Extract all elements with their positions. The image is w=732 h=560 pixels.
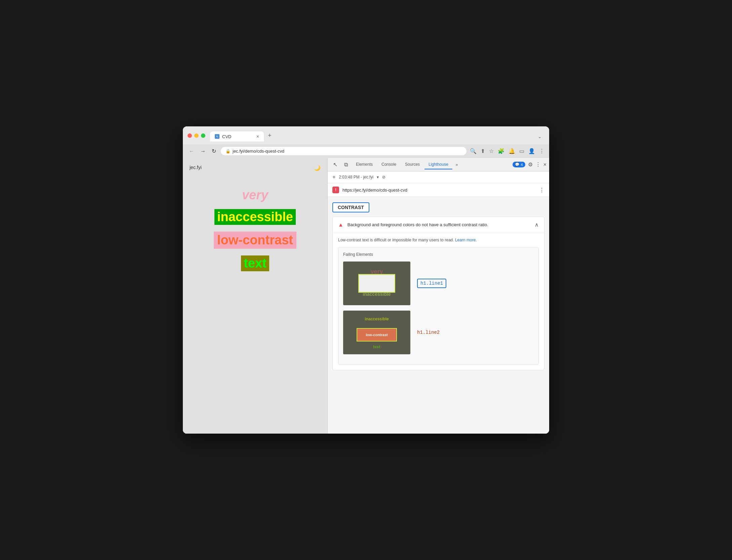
tab-elements[interactable]: Elements [352,160,377,169]
thumbnail2-inner-text: low-contrast [366,333,388,337]
word-very: very [242,188,268,202]
search-icon[interactable]: 🔍 [470,148,477,154]
warning-triangle-icon: ▲ [338,222,343,228]
more-tabs-button[interactable]: » [453,160,461,169]
url-bar[interactable]: 🔒 jec.fyi/demo/cds-quest-cvd [221,147,466,155]
refresh-button[interactable]: ↻ [210,147,217,155]
lighthouse-url-more-icon[interactable]: ⋮ [539,187,544,193]
feedback-badge[interactable]: 💬 4 [513,162,525,167]
element-picker-icon[interactable]: ↖ [330,160,340,169]
badge-count: 4 [521,163,523,167]
devtools-actions: 💬 4 ⚙ ⋮ × [513,161,546,168]
tab-title: CVD [222,134,231,139]
collapse-icon[interactable]: ∧ [535,222,539,228]
webpage-content: very inaccessible low-contrast text [190,181,321,271]
thumbnail-overlay-bottom: inaccessible [363,291,391,297]
devtools-panel: ↖ ⧉ Elements Console Sources Lighthouse … [327,158,549,434]
url-text: jec.fyi/demo/cds-quest-cvd [233,149,462,154]
moon-icon[interactable]: 🌙 [314,165,321,171]
devtools-toolbar: ↖ ⧉ Elements Console Sources Lighthouse … [328,158,549,171]
traffic-lights [188,133,205,138]
traffic-light-green[interactable] [201,133,205,138]
settings-icon[interactable]: ⚙ [528,161,533,168]
word-low-contrast: low-contrast [214,232,296,249]
share-icon[interactable]: ⬆ [481,148,485,154]
tab-sources[interactable]: Sources [401,160,424,169]
lighthouse-url: https://jec.fyi/demo/cds-quest-cvd [342,188,536,193]
lock-icon: 🔒 [226,149,231,154]
profile-icon[interactable]: 👤 [528,148,535,154]
thumbnail2-text: text [373,345,380,349]
audit-description: Low-contrast text is difficult or imposs… [333,233,544,247]
new-audit-button[interactable]: + [332,174,335,180]
webpage-preview: jec.fyi 🌙 very inaccessible low-contrast… [183,158,327,434]
extensions-icon[interactable]: 🧩 [498,148,504,154]
lighthouse-header: + 2:03:48 PM - jec.fyi ▾ ⊘ [328,171,549,183]
notification-icon[interactable]: 🔔 [509,148,515,154]
tab-close-button[interactable]: × [256,134,259,139]
devtools-tabs: Elements Console Sources Lighthouse » [352,160,511,169]
thumbnail2-highlight: low-contrast [357,328,397,342]
browser-window: ↖ CVD × + ⌄ ← → ↻ 🔒 jec.fyi/demo/cds-que… [183,126,549,434]
tab-console[interactable]: Console [377,160,400,169]
lighthouse-warning-icon: ! [332,187,339,193]
contrast-filter-button[interactable]: CONTRAST [332,202,369,212]
tabs-chevron-icon[interactable]: ⌄ [535,131,544,142]
tab-bar: ↖ CVD × + ⌄ [210,130,544,142]
menu-icon[interactable]: ⋮ [539,148,544,154]
word-inaccessible: inaccessible [214,209,296,225]
failing-elements-title: Failing Elements [343,252,534,257]
audit-card: ▲ Background and foreground colors do no… [332,216,544,370]
period: . [476,238,477,242]
traffic-light-yellow[interactable] [194,133,199,138]
failing-element-row-2: inaccessible low-contrast text h1.line2 [343,311,534,354]
webpage-header: jec.fyi 🌙 [190,165,321,171]
forward-button[interactable]: → [199,148,207,155]
active-tab[interactable]: ↖ CVD × [210,131,264,142]
site-title: jec.fyi [190,165,202,171]
element-thumbnail-2: inaccessible low-contrast text [343,311,410,354]
tab-lighthouse[interactable]: Lighthouse [424,160,452,169]
audit-card-header: ▲ Background and foreground colors do no… [333,217,544,233]
thumbnail-highlight-1 [358,274,395,293]
title-bar: ↖ CVD × + ⌄ [183,126,549,144]
audit-desc-text: Low-contrast text is difficult or imposs… [338,238,454,242]
element-thumbnail-1: very inaccessible [343,262,410,305]
failing-elements-section: Failing Elements very inaccessible h1.li… [338,247,539,365]
lighthouse-url-bar: ! https://jec.fyi/demo/cds-quest-cvd ⋮ [328,183,549,197]
audit-header-text: Background and foreground colors do not … [348,222,531,227]
close-devtools-icon[interactable]: × [543,162,546,168]
feedback-icon: 💬 [515,162,520,167]
contrast-button-container: CONTRAST [328,197,549,216]
failing-element-row-1: very inaccessible h1.line1 [343,262,534,305]
session-info: 2:03:48 PM - jec.fyi [339,175,373,179]
more-options-icon[interactable]: ⋮ [535,161,541,168]
word-text: text [241,255,269,271]
traffic-light-red[interactable] [188,133,192,138]
device-emulation-icon[interactable]: ⧉ [341,160,351,169]
session-chevron-icon[interactable]: ▾ [377,175,379,179]
tab-favicon: ↖ [215,134,219,139]
element-label-2[interactable]: h1.line2 [417,330,440,335]
thumbnail2-inaccessible: inaccessible [365,317,389,321]
no-throttle-icon[interactable]: ⊘ [382,175,385,179]
element-label-1[interactable]: h1.line1 [417,279,446,288]
back-button[interactable]: ← [188,148,196,155]
new-tab-button[interactable]: + [264,130,276,142]
bookmark-icon[interactable]: ☆ [489,148,494,154]
learn-more-link[interactable]: Learn more [455,238,476,242]
main-content: jec.fyi 🌙 very inaccessible low-contrast… [183,158,549,434]
address-bar: ← → ↻ 🔒 jec.fyi/demo/cds-quest-cvd 🔍 ⬆ ☆… [183,144,549,158]
address-bar-icons: 🔍 ⬆ ☆ 🧩 🔔 ▭ 👤 ⋮ [470,148,544,154]
window-icon[interactable]: ▭ [519,148,524,154]
